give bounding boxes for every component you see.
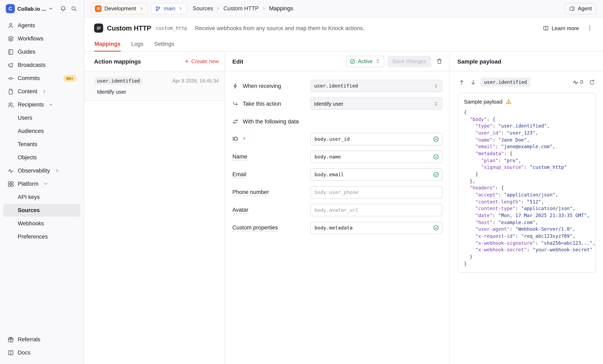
arrow-up-icon xyxy=(459,79,465,85)
sidebar-item-webhooks[interactable]: Webhooks xyxy=(3,217,81,230)
check-circle-icon xyxy=(349,58,355,64)
more-options-button[interactable] xyxy=(587,25,593,31)
sidebar-item-label: Tenants xyxy=(18,141,37,147)
sidebar-item-recipients[interactable]: Recipients xyxy=(3,98,81,111)
action-select-value: Identify user xyxy=(314,101,430,107)
chevron-down-icon xyxy=(48,6,53,11)
name-field[interactable] xyxy=(310,151,442,163)
refresh-button[interactable] xyxy=(588,78,596,86)
gift-icon xyxy=(7,336,14,343)
sidebar-item-api-keys[interactable]: API keys xyxy=(3,191,81,204)
workflows-icon xyxy=(7,35,14,42)
sidebar-item-label: Agents xyxy=(18,22,35,28)
save-changes-button[interactable]: Save changes xyxy=(387,56,431,67)
valid-check-icon xyxy=(433,136,439,142)
action-mappings-title: Action mappings xyxy=(94,58,141,65)
kebab-menu-icon xyxy=(587,25,593,31)
sidebar-item-broadcasts[interactable]: Broadcasts xyxy=(3,59,81,71)
environment-switcher[interactable]: Development xyxy=(91,3,148,14)
chevron-right-icon xyxy=(262,6,266,11)
event-counter: 0 xyxy=(572,79,583,85)
custom-properties-field[interactable] xyxy=(310,222,442,234)
sidebar-item-label: Objects xyxy=(18,154,37,160)
platform-icon xyxy=(7,181,14,187)
sidebar-item-guides[interactable]: Guides xyxy=(3,46,81,58)
field-row-name: Name xyxy=(232,151,442,163)
agents-icon xyxy=(7,22,14,29)
sidebar-item-audiences[interactable]: Audiences xyxy=(3,125,81,137)
event-select[interactable]: user.identified xyxy=(310,80,442,92)
sidebar-item-sources[interactable]: Sources xyxy=(3,204,81,217)
avatar-field[interactable] xyxy=(310,204,442,216)
sidebar-item-content[interactable]: Content xyxy=(3,85,81,98)
environment-label: Development xyxy=(104,5,136,11)
tab-mappings[interactable]: Mappings xyxy=(94,38,121,51)
delete-mapping-button[interactable] xyxy=(436,58,442,64)
tab-logs[interactable]: Logs xyxy=(131,38,144,51)
bell-icon xyxy=(60,5,67,12)
chevron-down-icon xyxy=(44,182,48,186)
sidebar-item-tenants[interactable]: Tenants xyxy=(3,138,81,151)
agent-button[interactable]: Agent xyxy=(565,3,596,14)
sidebar-item-users[interactable]: Users xyxy=(3,112,81,124)
search-button[interactable] xyxy=(70,5,78,13)
transfer-icon xyxy=(232,118,239,125)
mapping-list-item[interactable]: user.identified Apr 8 2026, 16:45:34 Ide… xyxy=(84,71,224,101)
sidebar-item-commits[interactable]: Commits 99+ xyxy=(3,72,81,85)
sidebar-item-workflows[interactable]: Workflows xyxy=(3,32,81,45)
valid-check-icon xyxy=(433,171,439,178)
learn-more-button[interactable]: Learn more xyxy=(543,25,579,31)
id-field-label: ID xyxy=(232,136,238,143)
edit-panel: Edit Active Save changes xyxy=(225,52,450,364)
sidebar-item-preferences[interactable]: Preferences xyxy=(3,230,81,243)
chevron-right-icon xyxy=(178,6,183,11)
phone-field[interactable] xyxy=(310,186,442,198)
create-new-button[interactable]: Create new xyxy=(184,58,219,64)
valid-check-icon xyxy=(433,154,439,160)
status-select[interactable]: Active xyxy=(346,56,384,67)
source-key: custom_http xyxy=(156,25,187,31)
git-branch-icon xyxy=(155,6,161,11)
id-field[interactable] xyxy=(310,133,442,145)
sidebar-item-platform[interactable]: Platform xyxy=(3,177,81,190)
sidebar-item-docs[interactable]: Docs xyxy=(3,346,81,359)
email-field[interactable] xyxy=(310,168,442,181)
corner-down-right-icon xyxy=(232,101,239,107)
workspace-switcher[interactable]: C Collab.io ... xyxy=(0,0,84,17)
sidebar-item-label: Sources xyxy=(18,207,40,213)
commits-icon xyxy=(7,75,14,81)
sidebar-item-objects[interactable]: Objects xyxy=(3,151,81,164)
field-row-avatar: Avatar xyxy=(232,204,442,216)
warning-icon xyxy=(506,99,512,105)
guides-icon xyxy=(7,48,14,55)
tab-settings[interactable]: Settings xyxy=(154,38,175,51)
mapping-action-name: Identify user xyxy=(94,89,219,95)
notifications-button[interactable] xyxy=(59,5,67,13)
page-title: Custom HTTP xyxy=(107,24,151,32)
take-action-row: Take this action Identify user xyxy=(232,97,442,110)
create-new-label: Create new xyxy=(191,58,219,64)
breadcrumb-source-name[interactable]: Custom HTTP xyxy=(223,5,259,11)
phone-field-label: Phone number xyxy=(232,189,269,196)
next-payload-button[interactable] xyxy=(469,78,477,86)
topbar: Development main Sources Custom HTTP Map… xyxy=(84,0,603,17)
sidebar-item-referrals[interactable]: Referrals xyxy=(3,333,81,346)
custom-properties-field-label: Custom properties xyxy=(232,224,278,231)
previous-payload-button[interactable] xyxy=(458,78,465,86)
breadcrumb-sources[interactable]: Sources xyxy=(193,5,213,11)
sidebar-item-label: Docs xyxy=(18,350,31,356)
sidebar-item-agents[interactable]: Agents xyxy=(3,19,81,32)
chevron-right-icon xyxy=(42,89,47,94)
branch-switcher[interactable]: main xyxy=(151,3,187,14)
field-row-email: Email xyxy=(232,168,442,181)
docs-icon xyxy=(7,349,14,356)
status-value: Active xyxy=(358,58,372,64)
action-select[interactable]: Identify user xyxy=(310,97,442,110)
content-icon xyxy=(7,88,14,95)
sidebar-item-observability[interactable]: Observability xyxy=(3,164,81,177)
event-count: 0 xyxy=(580,79,583,85)
learn-more-label: Learn more xyxy=(552,25,579,31)
workspace-logo: C xyxy=(6,4,15,13)
select-chevrons-icon xyxy=(433,83,439,89)
sample-payload-card: Sample payload { "body": { "type": "user… xyxy=(458,93,596,273)
